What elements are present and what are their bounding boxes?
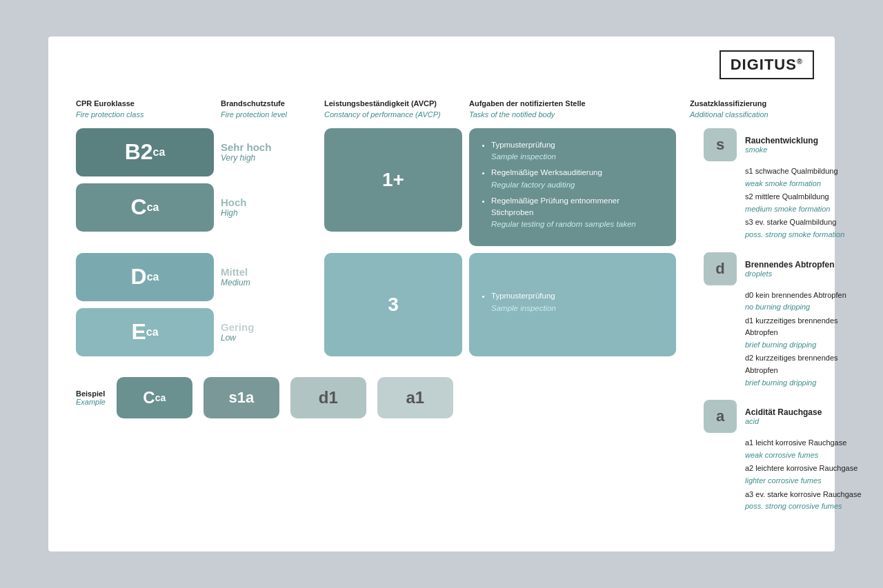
smoke-badge: s xyxy=(704,128,737,161)
smoke-item-s1: s1 schwache Qualmbildungweak smoke forma… xyxy=(745,167,869,190)
top-group: B2ca Cca Sehr hoch Very high Hoch xyxy=(76,128,676,246)
prot-mittel: Mittel Medium xyxy=(221,253,324,301)
example-label: Beispiel Example xyxy=(76,389,106,406)
tasks-col-top: Typmusterprüfung Sample inspection Regel… xyxy=(462,128,676,246)
logo-area: DIGITUS® xyxy=(720,50,814,79)
col-header-1: CPR Euroklasse Fire protection class xyxy=(76,99,214,120)
badge-b2ca: B2ca xyxy=(76,128,214,176)
droplets-title: Brennendes Abtropfen droplets xyxy=(745,260,835,278)
tasks-block-top: Typmusterprüfung Sample inspection Regel… xyxy=(469,128,676,246)
droplets-item-d1: d1 kurzzeitiges brennendes Abtropfenbrie… xyxy=(745,316,869,352)
acid-items: a1 leicht korrosive Rauchgaseweak corros… xyxy=(704,437,869,513)
prot-level-col-top: Sehr hoch Very high Hoch High xyxy=(214,128,324,246)
smoke-items: s1 schwache Qualmbildungweak smoke forma… xyxy=(704,165,869,241)
tasks-col-bottom: Typmusterprüfung Sample inspection xyxy=(462,253,676,356)
badge-dca: Dca xyxy=(76,253,214,301)
prot-level-col-bottom: Mittel Medium Gering Low xyxy=(214,253,324,356)
column-headers: CPR Euroklasse Fire protection class Bra… xyxy=(76,99,807,120)
acid-item-a2: a2 leichtere korrosive Rauchgaselighter … xyxy=(745,464,869,487)
fire-class-col-bottom: Dca Eca xyxy=(76,253,214,356)
col-header-5: Zusatzklassifizierung Additional classif… xyxy=(676,99,807,120)
smoke-section: s Rauchentwicklung smoke s1 schwache Qua… xyxy=(704,128,869,241)
avcp-col-top: 1+ xyxy=(324,128,462,246)
badge-eca: Eca xyxy=(76,308,214,356)
droplets-items: d0 kein brennendes Abtropfenno burning d… xyxy=(704,290,869,389)
acid-item-a1: a1 leicht korrosive Rauchgaseweak corros… xyxy=(745,438,869,461)
droplets-item-d2: d2 kurzzeitiges brennendes Abtropfenbrie… xyxy=(745,354,869,389)
page: DIGITUS® CPR Euroklasse Fire protection … xyxy=(48,37,835,551)
badge-cca-top: Cca xyxy=(76,183,214,232)
example-row: Beispiel Example Cca s1a d1 a1 xyxy=(76,377,676,418)
tasks-block-bottom: Typmusterprüfung Sample inspection xyxy=(469,253,676,356)
smoke-item-s2: s2 mittlere Qualmbildungmedium smoke for… xyxy=(745,192,869,215)
col-header-3: Leistungsbeständigkeit (AVCP) Constancy … xyxy=(324,99,462,120)
smoke-title: Rauchentwicklung smoke xyxy=(745,136,818,154)
prot-hoch: Hoch High xyxy=(221,183,324,232)
logo: DIGITUS® xyxy=(720,50,814,79)
droplets-item-d0: d0 kein brennendes Abtropfenno burning d… xyxy=(745,291,869,314)
example-badge-a1: a1 xyxy=(377,377,453,418)
additional-classification: s Rauchentwicklung smoke s1 schwache Qua… xyxy=(690,128,869,524)
acid-title: Acidität Rauchgase acid xyxy=(745,407,822,425)
acid-header: a Acidität Rauchgase acid xyxy=(704,400,869,433)
example-badge-d1: d1 xyxy=(290,377,366,418)
prot-sehr-hoch: Sehr hoch Very high xyxy=(221,128,324,176)
prot-gering: Gering Low xyxy=(221,308,324,356)
avcp-3: 3 xyxy=(324,253,462,356)
droplets-section: d Brennendes Abtropfen droplets d0 kein … xyxy=(704,252,869,389)
avcp-1plus: 1+ xyxy=(324,128,462,232)
acid-item-a3: a3 ev. starke korrosive Rauchgaseposs. s… xyxy=(745,490,869,513)
example-badge-cca: Cca xyxy=(117,377,192,418)
col-header-2: Brandschutzstufe Fire protection level xyxy=(214,99,324,120)
example-badge-s1a: s1a xyxy=(204,377,279,418)
droplets-badge: d xyxy=(704,252,737,285)
avcp-col-bottom: 3 xyxy=(324,253,462,356)
acid-badge: a xyxy=(704,400,737,433)
logo-text: DIGITUS xyxy=(731,56,797,73)
content-wrapper: B2ca Cca Sehr hoch Very high Hoch xyxy=(76,128,807,524)
fire-class-col-top: B2ca Cca xyxy=(76,128,214,246)
smoke-header: s Rauchentwicklung smoke xyxy=(704,128,869,161)
logo-trademark: ® xyxy=(797,57,803,65)
bottom-group: Dca Eca Mittel Medium Gering xyxy=(76,253,676,356)
main-content: CPR Euroklasse Fire protection class Bra… xyxy=(76,99,807,524)
acid-section: a Acidität Rauchgase acid a1 leicht korr… xyxy=(704,400,869,513)
left-part: B2ca Cca Sehr hoch Very high Hoch xyxy=(76,128,676,524)
droplets-header: d Brennendes Abtropfen droplets xyxy=(704,252,869,285)
smoke-item-s3: s3 ev. starke Qualmbildungposs. strong s… xyxy=(745,218,869,241)
col-header-4: Aufgaben der notifizierten Stelle Tasks … xyxy=(462,99,676,120)
